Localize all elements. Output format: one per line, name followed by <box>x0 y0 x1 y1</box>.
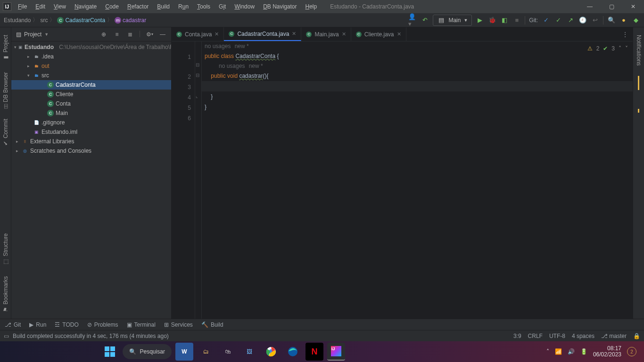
taskbar-store[interactable]: 🛍 <box>219 343 237 361</box>
stripe-bookmarks[interactable]: ⚑Bookmarks <box>2 276 9 313</box>
status-branch[interactable]: ⎇ master <box>601 333 627 339</box>
tabs-more-icon[interactable]: ⋮ <box>618 27 633 41</box>
btm-services[interactable]: ⊞Services <box>164 321 193 328</box>
git-push-icon[interactable]: ↗ <box>566 16 575 25</box>
tab-cliente[interactable]: CCliente.java✕ <box>351 27 406 41</box>
menu-run[interactable]: Run <box>174 1 192 12</box>
git-rollback-icon[interactable]: ↩ <box>591 16 599 25</box>
crumb-module[interactable]: src <box>40 17 48 24</box>
project-tree[interactable]: ▣ Estudando C:\Users\sousa\OneDrive\Área… <box>11 41 171 319</box>
search-everywhere-icon[interactable]: 🔍 <box>607 16 616 25</box>
volume-icon[interactable]: 🔊 <box>568 348 575 355</box>
git-commit-icon[interactable]: ✓ <box>554 16 562 25</box>
close-icon[interactable]: ✕ <box>292 31 296 37</box>
tree-class-cadastrarconta[interactable]: CCadastrarConta <box>11 80 171 90</box>
down-arrow-icon[interactable]: ˅ <box>625 43 628 54</box>
close-icon[interactable]: ✕ <box>215 31 219 37</box>
hide-icon[interactable]: — <box>159 31 166 38</box>
taskbar-photos[interactable]: 🖼 <box>240 343 258 361</box>
tab-cadastrarconta[interactable]: CCadastrarConta.java✕ <box>224 27 301 41</box>
tw-title[interactable]: ▤ Project ▼ <box>13 30 51 39</box>
stripe-commit[interactable]: ✔Commit <box>2 119 9 147</box>
tree-external-libs[interactable]: ⫴External Libraries <box>11 137 171 146</box>
inspections-widget[interactable]: ⚠2 ✔3 ˄ ˅ <box>587 43 628 54</box>
tree-class-cliente[interactable]: CCliente <box>11 90 171 99</box>
stripe-structure[interactable]: ⬚Structure <box>2 233 9 265</box>
tree-iml[interactable]: ▣Estudando.iml <box>11 127 171 137</box>
taskbar-chrome[interactable] <box>262 343 280 361</box>
line-gutter[interactable]: 1 2 3 4 5 6 <box>172 41 195 319</box>
menu-view[interactable]: View <box>50 1 70 12</box>
ide-updates-icon[interactable]: ● <box>619 16 628 25</box>
close-icon[interactable]: ✕ <box>397 31 401 37</box>
tree-class-conta[interactable]: CConta <box>11 99 171 108</box>
tree-out[interactable]: 🖿out <box>11 61 171 71</box>
editor[interactable]: 1 2 3 4 5 6 ⊟ ⊟ ⌞ ⚠2 ✔3 ˄ <box>172 41 633 319</box>
close-button[interactable]: ✕ <box>622 0 644 13</box>
stripe-project[interactable]: ▮Project <box>2 35 9 61</box>
taskbar-edge[interactable] <box>284 343 302 361</box>
clock[interactable]: 08:17 06/02/2023 <box>593 346 621 358</box>
crumb-project[interactable]: Estudando <box>4 17 31 24</box>
code-with-me-icon[interactable]: 👤▾ <box>408 16 417 25</box>
status-encoding[interactable]: UTF-8 <box>549 333 565 339</box>
breadcrumb[interactable]: Estudando 〉 src 〉 CCadastrarConta 〉 mcad… <box>4 16 146 24</box>
crumb-class[interactable]: CCadastrarConta <box>57 17 105 24</box>
minimize-button[interactable]: ― <box>579 0 601 13</box>
menu-build[interactable]: Build <box>153 1 173 12</box>
btm-build[interactable]: 🔨Build <box>201 321 223 328</box>
tree-src[interactable]: 🖿src <box>11 71 171 80</box>
status-indent[interactable]: 4 spaces <box>572 333 594 339</box>
status-lock-icon[interactable]: 🔒 <box>633 333 640 339</box>
system-tray[interactable]: ˄ 📶 🔊 🔋 08:17 06/02/2023 2 <box>546 346 644 358</box>
btm-terminal[interactable]: ▣Terminal <box>127 321 156 328</box>
menu-edit[interactable]: Edit <box>32 1 49 12</box>
tree-class-main[interactable]: CMain <box>11 108 171 118</box>
wifi-icon[interactable]: 📶 <box>555 348 562 355</box>
tree-idea[interactable]: 🖿.idea <box>11 52 171 61</box>
menu-window[interactable]: Window <box>231 1 258 12</box>
fold-gutter[interactable]: ⊟ ⊟ ⌞ <box>195 41 202 319</box>
start-button[interactable] <box>101 343 119 361</box>
btm-todo[interactable]: ☲TODO <box>55 321 78 328</box>
menu-file[interactable]: File <box>14 1 31 12</box>
tray-chevron-icon[interactable]: ˄ <box>546 348 549 355</box>
tree-gitignore[interactable]: 📄.gitignore <box>11 118 171 127</box>
maximize-button[interactable]: ▢ <box>601 0 622 13</box>
tree-root[interactable]: ▣ Estudando C:\Users\sousa\OneDrive\Área… <box>11 42 171 52</box>
taskbar-word[interactable]: W <box>175 343 193 361</box>
taskbar-intellij[interactable]: IJ <box>327 343 345 361</box>
btm-git[interactable]: ⎇Git <box>5 321 21 328</box>
debug-icon[interactable]: 🐞 <box>488 16 496 25</box>
stripe-db-browser[interactable]: ⌸DB Browser <box>2 72 9 107</box>
menu-tools[interactable]: Tools <box>193 1 214 12</box>
taskbar-explorer[interactable]: 🗂 <box>197 343 215 361</box>
settings-icon[interactable]: ⚙▾ <box>146 31 153 38</box>
taskbar-netflix[interactable]: N <box>305 343 323 361</box>
collapse-all-icon[interactable]: ≣ <box>126 31 134 38</box>
up-arrow-icon[interactable]: ˄ <box>619 43 621 54</box>
notif-badge[interactable]: 2 <box>627 347 636 356</box>
run-config-selector[interactable]: ▤ Main ▼ <box>433 15 472 26</box>
taskbar-search[interactable]: 🔍 Pesquisar <box>123 344 172 359</box>
run-icon[interactable]: ▶ <box>476 16 484 25</box>
stripe-notifications[interactable]: Notifications <box>636 35 642 66</box>
git-history-icon[interactable]: 🕘 <box>578 16 587 25</box>
btm-run[interactable]: ▶Run <box>29 321 46 328</box>
status-cursor-pos[interactable]: 3:9 <box>513 333 521 339</box>
crumb-method[interactable]: mcadastrar <box>115 17 146 24</box>
status-eol[interactable]: CRLF <box>528 333 543 339</box>
menu-code[interactable]: Code <box>101 1 123 12</box>
menu-db-navigator[interactable]: DB Navigator <box>259 1 300 12</box>
back-arrow-icon[interactable]: ↶ <box>421 16 429 25</box>
status-quick-icon[interactable]: ▭ <box>4 333 9 339</box>
menu-help[interactable]: Help <box>302 1 321 12</box>
battery-icon[interactable]: 🔋 <box>580 348 587 355</box>
tab-main[interactable]: CMain.java✕ <box>301 27 351 41</box>
git-update-icon[interactable]: ✓ <box>542 16 550 25</box>
tab-conta[interactable]: CConta.java✕ <box>172 27 224 41</box>
expand-all-icon[interactable]: ≡ <box>113 31 121 38</box>
jetbrains-toolbox-icon[interactable]: ◆ <box>632 16 640 25</box>
menu-git[interactable]: Git <box>215 1 230 12</box>
menu-navigate[interactable]: Navigate <box>71 1 100 12</box>
